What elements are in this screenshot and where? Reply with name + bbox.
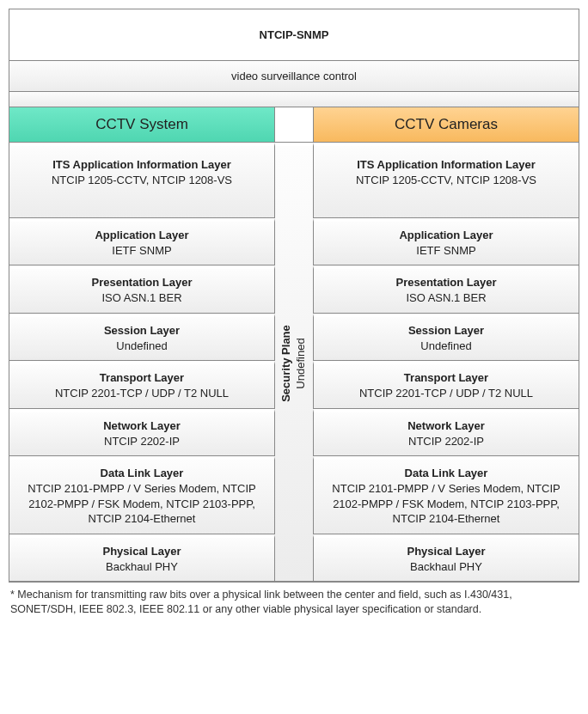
layer-title: Network Layer xyxy=(321,419,572,432)
footnote: * Mechanism for transmitting raw bits ov… xyxy=(9,583,579,619)
layer-cell-left: Network LayerNTCIP 2202-IP xyxy=(9,409,275,457)
protocol-stack-diagram: NTCIP-SNMP video surveillance control CC… xyxy=(9,9,579,583)
layer-cell-right: Session LayerUndefined xyxy=(313,314,579,362)
layer-body: Backhaul PHY xyxy=(321,559,572,575)
layer-body: ISO ASN.1 BER xyxy=(16,290,267,306)
layer-body: NTCIP 2101-PMPP / V Series Modem, NTCIP … xyxy=(16,481,267,527)
layer-cell-right: Presentation LayerISO ASN.1 BER xyxy=(313,265,579,314)
layer-cell-left: Data Link LayerNTCIP 2101-PMPP / V Serie… xyxy=(9,456,275,534)
layer-cell-left: Physical LayerBackhaul PHY xyxy=(9,534,275,583)
layer-cell-right: Application LayerIETF SNMP xyxy=(313,218,579,266)
layer-title: Application Layer xyxy=(16,229,267,241)
layer-body: Undefined xyxy=(321,339,572,354)
layer-title: Data Link Layer xyxy=(16,467,267,479)
layer-title: Transport Layer xyxy=(321,371,572,384)
layer-cell-left: Session LayerUndefined xyxy=(9,314,275,362)
layer-cell-right: ITS Application Information LayerNTCIP 1… xyxy=(313,143,579,218)
layer-body: IETF SNMP xyxy=(16,243,267,259)
layer-body: NTCIP 2202-IP xyxy=(16,434,267,449)
layer-title: Presentation Layer xyxy=(16,276,267,289)
layer-title: Application Layer xyxy=(321,229,572,241)
layer-body: NTCIP 2101-PMPP / V Series Modem, NTCIP … xyxy=(321,481,572,527)
layer-cell-right: Physical LayerBackhaul PHY xyxy=(313,534,579,583)
layer-body: NTCIP 1205-CCTV, NTCIP 1208-VS xyxy=(16,173,267,188)
stack-grid: CCTV System CCTV Cameras ITS Application… xyxy=(9,107,579,582)
layer-body: IETF SNMP xyxy=(321,243,572,259)
layer-cell-left: ITS Application Information LayerNTCIP 1… xyxy=(9,143,275,218)
layer-title: Data Link Layer xyxy=(321,467,572,479)
layer-title: Physical Layer xyxy=(16,545,267,558)
layer-title: Network Layer xyxy=(16,419,267,432)
security-plane: Security PlaneUndefined xyxy=(275,143,313,582)
column-header-right: CCTV Cameras xyxy=(313,107,579,143)
layer-cell-left: Transport LayerNTCIP 2201-TCP / UDP / T2… xyxy=(9,361,275,409)
layer-title: Presentation Layer xyxy=(321,276,572,289)
layer-cell-right: Transport LayerNTCIP 2201-TCP / UDP / T2… xyxy=(313,361,579,409)
layer-title: ITS Application Information Layer xyxy=(321,158,572,171)
spacer-row xyxy=(9,92,579,107)
layer-cell-right: Network LayerNTCIP 2202-IP xyxy=(313,409,579,457)
diagram-title: NTCIP-SNMP xyxy=(9,9,579,61)
layer-title: Transport Layer xyxy=(16,371,267,384)
security-plane-body: Undefined xyxy=(294,325,309,402)
layer-body: Undefined xyxy=(16,339,267,354)
layer-body: NTCIP 1205-CCTV, NTCIP 1208-VS xyxy=(321,173,572,188)
column-header-middle xyxy=(275,107,313,143)
layer-cell-left: Presentation LayerISO ASN.1 BER xyxy=(9,265,275,314)
diagram-subtitle: video surveillance control xyxy=(9,61,579,92)
security-plane-title: Security Plane xyxy=(279,325,294,402)
layer-title: Session Layer xyxy=(321,324,572,337)
layer-body: NTCIP 2201-TCP / UDP / T2 NULL xyxy=(321,386,572,401)
layer-cell-left: Application LayerIETF SNMP xyxy=(9,218,275,266)
layer-title: Physical Layer xyxy=(321,545,572,558)
column-header-left: CCTV System xyxy=(9,107,275,143)
layer-title: ITS Application Information Layer xyxy=(16,158,267,171)
layer-body: ISO ASN.1 BER xyxy=(321,290,572,306)
layer-title: Session Layer xyxy=(16,324,267,337)
layer-body: NTCIP 2201-TCP / UDP / T2 NULL xyxy=(16,386,267,401)
layer-cell-right: Data Link LayerNTCIP 2101-PMPP / V Serie… xyxy=(313,456,579,534)
layer-body: Backhaul PHY xyxy=(16,559,267,575)
layer-body: NTCIP 2202-IP xyxy=(321,434,572,449)
